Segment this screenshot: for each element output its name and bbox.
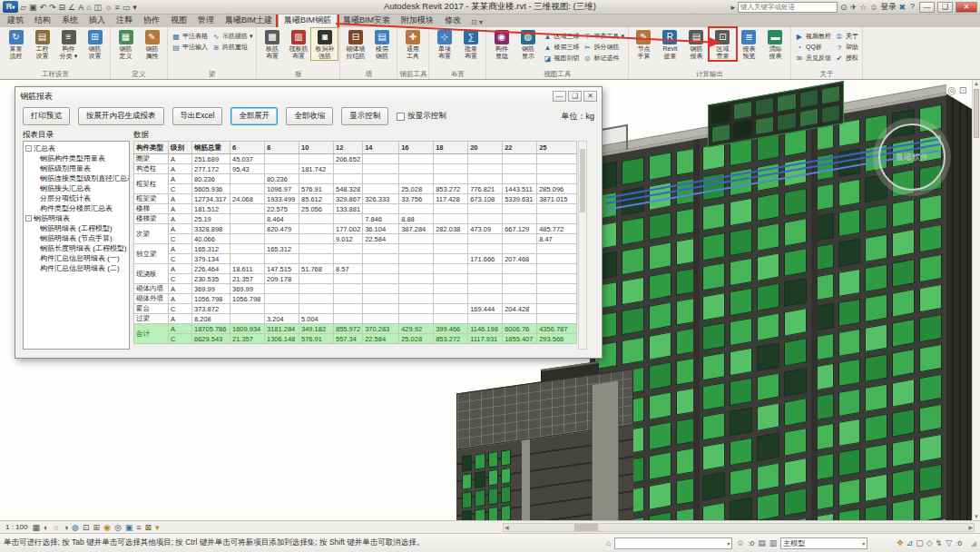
ribbon-button-标记选件[interactable]: ⊙标记选件 — [583, 53, 623, 64]
ribbon-button-视频教程[interactable]: ▶视频教程 — [795, 31, 831, 42]
design-option-select[interactable]: 主模型▾ — [780, 537, 867, 549]
filter-icon[interactable]: ▽ — [946, 538, 952, 547]
table-scrollbar[interactable] — [578, 141, 587, 350]
ribbon-button-楼层三维[interactable]: ▲楼层三维 — [543, 42, 579, 53]
scroll-down-icon[interactable]: ▼ — [973, 514, 980, 519]
qat-icon-10[interactable]: ≡ — [114, 2, 119, 13]
view-control-icon-4[interactable]: ◍ — [72, 522, 79, 533]
subscription-icon[interactable]: ✈ — [850, 3, 858, 12]
ribbon-button-算量流程[interactable]: ↻算量流程 — [3, 28, 29, 60]
ribbon-button-构件分类[interactable]: ≡构件分类 ▾ — [55, 28, 82, 60]
favorites-star-icon[interactable]: ☆ — [859, 3, 867, 12]
ribbon-button-清除报表[interactable]: ▬清除报表 — [762, 28, 789, 60]
ribbon-button-平齐工具[interactable]: ⊤平齐工具 ▾ — [583, 31, 623, 42]
qat-icon-2[interactable]: ↶ — [39, 2, 46, 13]
ribbon-button-关于[interactable]: ①关于 — [835, 31, 858, 42]
ribbon-button-板筋布置[interactable]: ▩板筋布置 — [259, 28, 285, 60]
ribbon-button-钢筋显示[interactable]: ◍钢筋显示 — [514, 28, 541, 60]
drawing-canvas[interactable]: 晨曦软件 ◎ ⊡ ▲ ▼ 钢筋报表 — ❏ ✕ 打印预览按展开内容生成报表导出E… — [0, 80, 980, 520]
tree-collapse-icon[interactable]: - — [25, 215, 32, 222]
ribbon-button-楼层钢筋[interactable]: ▤楼层钢筋 — [368, 28, 395, 60]
tab-建筑[interactable]: 建筑 — [2, 14, 29, 27]
ribbon-button-钢筋定义[interactable]: ▦钢筋定义 — [113, 28, 139, 60]
qat-icon-8[interactable]: ◫ — [94, 2, 103, 13]
ribbon-button-拆分钢筋[interactable]: ✂拆分钢筋 — [583, 42, 623, 53]
scroll-up-icon[interactable]: ▲ — [973, 81, 980, 86]
view-control-icon-8[interactable]: ◎ — [114, 522, 122, 533]
tree-item-钢筋接头汇总表[interactable]: 钢筋接头汇总表 — [24, 183, 129, 193]
dialog-button-按展开内容生成报表[interactable]: 按展开内容生成报表 — [78, 107, 164, 125]
sign-in-label[interactable]: 登录 — [880, 2, 896, 13]
ribbon-button-构件显隐[interactable]: ◉构件显隐 — [488, 28, 514, 60]
tree-item-钢筋级别用量表[interactable]: 钢筋级别用量表 — [24, 163, 129, 173]
ribbon-button-授权[interactable]: ✔授权 — [835, 53, 858, 64]
tab-结构[interactable]: 结构 — [29, 14, 56, 27]
infocenter-expand-icon[interactable]: ▸ — [731, 3, 736, 12]
view-control-icon-10[interactable]: ≡ — [136, 522, 141, 533]
ribbon-button-钢筋属性[interactable]: ✎钢筋属性 — [139, 28, 165, 60]
tab-附加模块[interactable]: 附加模块 — [396, 14, 439, 27]
tab-注释[interactable]: 注释 — [111, 14, 138, 27]
editable-only-icon[interactable]: ☺ — [736, 538, 744, 547]
qat-icon-12[interactable]: ▾ — [132, 2, 137, 13]
scroll-right-icon[interactable]: ▶ — [968, 524, 973, 532]
tree-collapse-icon[interactable]: - — [25, 145, 32, 152]
ribbon-button-吊筋腰筋[interactable]: ∿吊筋腰筋 ▾ — [211, 31, 252, 42]
tab-管理[interactable]: 管理 — [192, 14, 220, 27]
ribbon-button-跨筋重组[interactable]: ≋跨筋重组 — [211, 42, 252, 53]
ribbon-button-QQ群[interactable]: ◔QQ群 — [795, 42, 831, 53]
qat-icon-0[interactable]: ▱ — [20, 2, 26, 13]
selection-toggle-icon-0[interactable]: ✥ — [897, 538, 904, 547]
tab-插入[interactable]: 插入 — [83, 14, 111, 27]
scrollbar-thumb[interactable] — [574, 524, 598, 531]
dialog-minimize-button[interactable]: — — [553, 91, 566, 102]
tab-系统[interactable]: 系统 — [56, 14, 83, 27]
tab-options[interactable]: ⊡ ▾ — [466, 17, 487, 27]
tree-item-钢筋明细表 (节点手算)[interactable]: 钢筋明细表 (节点手算) — [24, 233, 129, 243]
tree-item-构件类型分楼层汇总表[interactable]: 构件类型分楼层汇总表 — [24, 203, 129, 213]
view-control-icon-6[interactable]: ⊞ — [93, 522, 101, 533]
tab-晨曦BIM钢筋[interactable]: 晨曦BIM钢筋 — [278, 13, 338, 27]
ribbon-button-单项布置[interactable]: ⊹单项布置 — [431, 28, 457, 60]
tree-item-钢筋明细表 (工程模型)[interactable]: 钢筋明细表 (工程模型) — [24, 223, 129, 233]
tree-item-构件汇总信息明细表 (二)[interactable]: 构件汇总信息明细表 (二) — [24, 263, 129, 273]
tree-item-钢筋长度明细表 (工程模型)[interactable]: 钢筋长度明细表 (工程模型) — [24, 243, 129, 253]
ribbon-button-筏板筋布置[interactable]: ▥筏板筋布置 — [285, 28, 311, 60]
scrollbar-thumb[interactable] — [974, 89, 979, 138]
qat-icon-3[interactable]: ↷ — [49, 2, 56, 13]
view-scale[interactable]: 1 : 100 — [5, 523, 27, 531]
ribbon-button-平法输入[interactable]: ▤平法输入 — [172, 42, 208, 53]
qat-icon-6[interactable]: A — [78, 2, 83, 13]
view-control-icon-12[interactable]: ▾ — [155, 522, 160, 533]
ribbon-button-砌体墙拉结筋[interactable]: ⊟砌体墙拉结筋 — [342, 28, 368, 60]
tree-group-汇总表[interactable]: -汇总表 — [24, 143, 129, 153]
tab-晨曦BIM安装[interactable]: 晨曦BIM安装 — [338, 14, 396, 27]
view-control-icon-0[interactable]: ▦ — [32, 522, 40, 533]
view-control-icon-1[interactable]: ◐ — [44, 522, 48, 533]
tree-item-构件汇总信息明细表 (一)[interactable]: 构件汇总信息明细表 (一) — [24, 253, 129, 263]
tree-item-钢筋构件类型用量表[interactable]: 钢筋构件类型用量表 — [24, 153, 129, 163]
workset-select[interactable]: ▾ — [614, 537, 732, 549]
selection-toggle-icon-4[interactable]: ↯ — [936, 538, 943, 547]
search-icon[interactable]: ⊙ — [840, 3, 848, 12]
tab-修改[interactable]: 修改 — [439, 14, 466, 27]
vertical-scrollbar[interactable]: ▲ ▼ — [972, 80, 980, 520]
dialog-title-bar[interactable]: 钢筋报表 — ❏ ✕ — [15, 87, 602, 105]
ribbon-button-板洞补强筋[interactable]: ◙板洞补强筋 — [311, 28, 338, 60]
dialog-button-全部收缩[interactable]: 全部收缩 — [286, 107, 333, 125]
view-control-icon-3[interactable]: ◑ — [64, 522, 68, 533]
ribbon-button-视图剖切[interactable]: ◪视图剖切 — [543, 53, 579, 64]
ribbon-button-通用工具[interactable]: ✚通用工具 — [399, 28, 426, 60]
qat-icon-9[interactable]: ☼ — [104, 2, 112, 13]
dialog-button-打印预览[interactable]: 打印预览 — [23, 107, 70, 125]
qat-icon-7[interactable]: ⌂ — [86, 2, 91, 13]
selection-toggle-icon-2[interactable]: ▢ — [916, 538, 924, 547]
ribbon-button-Revit提量[interactable]: RRevit提量 — [657, 28, 683, 60]
view-control-icon-5[interactable]: ⊡ — [83, 522, 90, 533]
tree-item-钢筋连接类型级别直径汇总表[interactable]: 钢筋连接类型级别直径汇总表 — [24, 173, 129, 183]
ribbon-button-区域查量[interactable]: ⊡区域查量 — [710, 28, 736, 60]
steering-wheel-icon[interactable]: ◎ — [947, 84, 956, 96]
ribbon-button-钢筋设置[interactable]: ⊞钢筋设置 — [82, 28, 108, 60]
ribbon-button-平法表格[interactable]: ▦平法表格 — [172, 31, 208, 42]
scroll-left-icon[interactable]: ◀ — [505, 524, 509, 532]
